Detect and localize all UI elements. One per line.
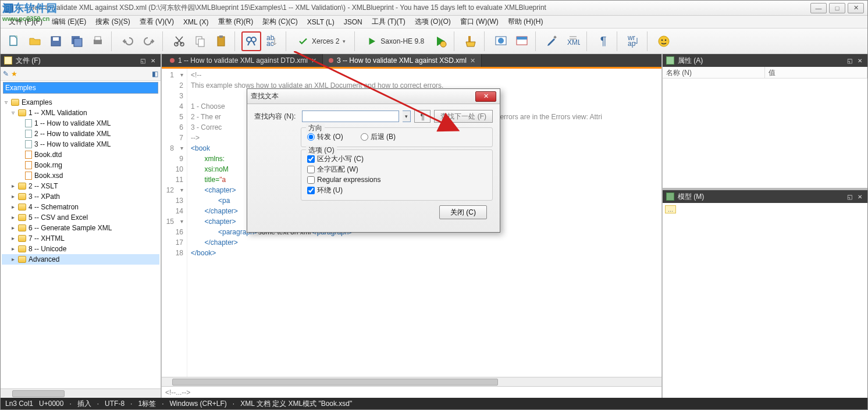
file-tree[interactable]: ▿Examples ▿1 -- XML Validation 1 -- How … — [1, 95, 161, 388]
find-button[interactable] — [241, 31, 261, 51]
address-input[interactable] — [3, 82, 158, 94]
tree-folder[interactable]: 7 -- XHTML — [29, 233, 65, 244]
tree-folder[interactable]: 5 -- CSV and Excel — [29, 212, 88, 223]
status-position: Ln3 Col1 — [5, 400, 33, 408]
print-button[interactable] — [88, 31, 108, 51]
svg-text:ap: ap — [628, 40, 636, 48]
tree-file[interactable]: Book.dtd — [34, 149, 62, 160]
wrap-button[interactable]: wrap — [624, 31, 643, 51]
cut-button[interactable] — [169, 31, 189, 51]
status-doctype: XML 文档 定义 XML模式 "Book.xsd" — [240, 399, 352, 409]
find-next-button[interactable]: 查找下一处 (F) — [434, 110, 493, 123]
run-saxon-button[interactable]: Saxon-HE 9.8 — [361, 31, 429, 51]
help-icon[interactable]: ◧ — [152, 70, 158, 78]
panel-undock-button[interactable]: ◱ — [845, 192, 853, 201]
panel-undock-button[interactable]: ◱ — [138, 56, 147, 65]
tab-dtd[interactable]: 1 -- How to validate XML against DTD.xml… — [164, 54, 323, 67]
checkbox-wrap[interactable]: 环绕 (U) — [307, 185, 486, 195]
menu-search[interactable]: 搜索 (S)(S) — [91, 16, 134, 28]
menu-reformat[interactable]: 重整 (R)(R) — [214, 16, 258, 28]
tree-folder[interactable]: 8 -- Unicode — [29, 244, 66, 254]
svg-rect-4 — [74, 38, 82, 47]
tree-root[interactable]: Examples — [22, 97, 52, 108]
menu-edit[interactable]: 编辑 (E)(E) — [47, 16, 91, 28]
tree-file[interactable]: 2 -- How to validate XML — [34, 129, 111, 139]
tree-folder-advanced[interactable]: Advanced — [29, 254, 59, 265]
menu-file[interactable]: 文件 (F)(F) — [4, 16, 47, 28]
menu-window[interactable]: 窗口 (W)(W) — [456, 16, 503, 28]
clean-button[interactable] — [461, 31, 481, 51]
col-value[interactable]: 值 — [765, 67, 867, 78]
find-content-label: 查找内容 (N): — [254, 112, 298, 122]
redo-button[interactable] — [139, 31, 159, 51]
tree-file[interactable]: Book.xsd — [34, 170, 63, 181]
col-name[interactable]: 名称 (N) — [663, 67, 765, 78]
tree-file[interactable]: Book.rng — [34, 160, 62, 170]
radio-backward[interactable]: 后退 (B) — [361, 131, 396, 142]
new-file-button[interactable] — [4, 31, 24, 51]
dialog-close-btn[interactable]: 关闭 (C) — [439, 205, 487, 219]
color-picker-button[interactable] — [542, 31, 562, 51]
tab-close-icon[interactable]: ✕ — [470, 57, 475, 65]
find-history-dropdown[interactable]: ▾ — [403, 110, 411, 122]
menu-xml[interactable]: XML (X) — [179, 17, 214, 27]
tree-folder[interactable]: 2 -- XSLT — [29, 181, 58, 191]
tree-file[interactable]: 3 -- How to validate XML — [34, 139, 111, 149]
dialog-close-button[interactable]: ✕ — [475, 91, 496, 102]
menu-schema[interactable]: 架构 (C)(C) — [258, 16, 303, 28]
tree-folder[interactable]: 3 -- XPath — [29, 191, 60, 202]
panel-close-button[interactable]: ✕ — [856, 56, 864, 65]
copy-button[interactable] — [190, 31, 210, 51]
editor-h-scrollbar[interactable] — [162, 377, 661, 386]
tab-close-icon[interactable]: ✕ — [311, 57, 316, 65]
model-title: 模型 (M) — [678, 192, 704, 202]
svg-rect-2 — [53, 37, 59, 41]
undo-button[interactable] — [118, 31, 138, 51]
menu-options[interactable]: 选项 (O)(O) — [410, 16, 456, 28]
model-panel-header: 模型 (M) ◱ ✕ — [663, 190, 867, 203]
model-body: ... — [663, 203, 867, 398]
checkbox-whole-word[interactable]: 全字匹配 (W) — [307, 164, 486, 174]
close-window-button[interactable]: ✕ — [848, 3, 864, 13]
tree-folder[interactable]: 6 -- Generate Sample XML — [29, 223, 112, 233]
edit-icon[interactable]: ✎ — [3, 70, 9, 78]
minimize-button[interactable]: ― — [810, 3, 827, 13]
open-file-button[interactable] — [25, 31, 45, 51]
checkbox-regex[interactable]: Regular expressions — [307, 174, 486, 185]
browser-preview-button[interactable] — [491, 31, 511, 51]
panel-undock-button[interactable]: ◱ — [845, 56, 853, 65]
left-h-scrollbar[interactable] — [1, 388, 161, 398]
menu-view[interactable]: 查看 (V)(V) — [135, 16, 179, 28]
smiley-button[interactable] — [654, 31, 674, 51]
menu-help[interactable]: 帮助 (H)(H) — [503, 16, 548, 28]
maximize-button[interactable]: □ — [829, 3, 845, 13]
files-panel-title: 文件 (F) — [16, 56, 41, 66]
svg-point-14 — [251, 37, 256, 42]
model-collapsed-tag[interactable]: ... — [665, 205, 676, 213]
tab-xsd[interactable]: 3 -- How to validate XML against XSD.xml… — [323, 54, 482, 67]
show-paragraph-button[interactable]: ¶ — [593, 31, 613, 51]
svg-rect-11 — [218, 37, 225, 46]
status-encoding: UTF-8 — [105, 400, 124, 408]
favorite-icon[interactable]: ★ — [11, 70, 17, 78]
replace-button[interactable]: abac — [262, 31, 282, 51]
panel-close-button[interactable]: ✕ — [149, 56, 157, 65]
xml-format-button[interactable]: XML — [563, 31, 583, 51]
tree-folder[interactable]: 4 -- Schematron — [29, 202, 79, 212]
tree-file[interactable]: 1 -- How to validate XML — [34, 118, 111, 129]
menu-json[interactable]: JSON — [339, 17, 367, 27]
menu-tools[interactable]: 工具 (T)(T) — [367, 16, 410, 28]
menu-xslt[interactable]: XSLT (L) — [303, 17, 339, 27]
save-all-button[interactable] — [67, 31, 87, 51]
statusbar: Ln3 Col1 U+0000 ·插入 ·UTF-8 ·1标签 ·Windows… — [1, 398, 867, 409]
preview-pane-button[interactable] — [512, 31, 532, 51]
paste-button[interactable] — [211, 31, 231, 51]
save-button[interactable] — [46, 31, 66, 51]
panel-close-button[interactable]: ✕ — [856, 192, 864, 201]
validate-xerces-button[interactable]: Xerces 2▾ — [293, 31, 351, 51]
find-content-input[interactable] — [302, 110, 399, 122]
tree-folder-1[interactable]: 1 -- XML Validation — [29, 108, 87, 118]
run-config-button[interactable] — [431, 31, 450, 51]
svg-rect-22 — [517, 37, 527, 40]
special-chars-button[interactable]: ¶ — [414, 110, 431, 123]
